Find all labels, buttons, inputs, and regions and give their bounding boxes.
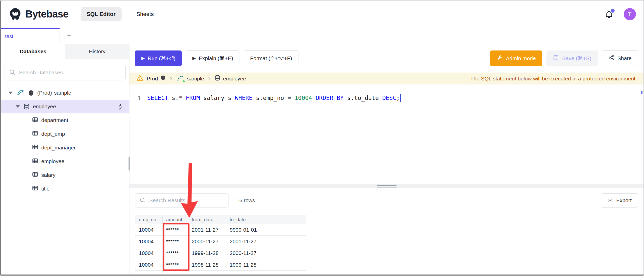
breadcrumb-database[interactable]: employee bbox=[214, 75, 246, 82]
table-cell: 9999-01-01 bbox=[226, 224, 264, 236]
table-cell: 2001-11-27 bbox=[226, 236, 264, 247]
tab-test-label: test bbox=[5, 33, 13, 39]
mysql-icon bbox=[176, 75, 184, 82]
play-icon: ▶ bbox=[192, 56, 196, 61]
database-name-label: employee bbox=[33, 104, 56, 110]
tree-node-table[interactable]: dept_emp bbox=[1, 127, 129, 141]
export-button[interactable]: Export bbox=[601, 193, 638, 208]
sql-token: WHERE bbox=[235, 95, 252, 101]
search-results-input[interactable] bbox=[149, 197, 224, 204]
caret-down-icon bbox=[16, 105, 20, 108]
column-header-amount: amount bbox=[163, 215, 188, 224]
column-header-emp_no: emp_no bbox=[135, 215, 163, 224]
notification-bell[interactable] bbox=[604, 9, 614, 19]
bytebase-logo-icon bbox=[9, 8, 22, 21]
sheet-tab-strip: test + bbox=[1, 28, 643, 44]
tab-test[interactable]: test bbox=[1, 28, 60, 44]
sql-token: = bbox=[288, 95, 291, 101]
sql-editor[interactable]: 1 SELECT s.* FROM salary s WHERE s.emp_n… bbox=[129, 84, 643, 184]
sql-token: salary s bbox=[200, 95, 235, 101]
table-label: dept_emp bbox=[41, 131, 65, 137]
table-cell bbox=[264, 259, 306, 271]
tree-node-instance[interactable]: (Prod) sample bbox=[1, 86, 129, 100]
table-label: dept_manager bbox=[41, 145, 75, 151]
results-toolbar: 16 rows Export bbox=[135, 193, 638, 208]
sql-token: ORDER BY bbox=[316, 95, 344, 101]
share-button[interactable]: Share bbox=[602, 50, 638, 66]
table-cell bbox=[264, 247, 306, 259]
table-cell bbox=[264, 236, 306, 247]
protected-environment-warning: The SQL statement below will be executed… bbox=[470, 76, 637, 82]
table-row[interactable]: 10004******1999-11-282000-11-27 bbox=[135, 247, 306, 259]
table-cell: ****** bbox=[163, 224, 188, 236]
table-icon bbox=[32, 185, 38, 193]
table-cell: ****** bbox=[163, 247, 188, 259]
save-label: Save (⌘+S) bbox=[562, 55, 591, 61]
table-row[interactable]: 10004******2001-11-279999-01-01 bbox=[135, 224, 306, 236]
database-tree: (Prod) sample employee bbox=[1, 86, 129, 196]
tree-node-table[interactable]: title bbox=[1, 182, 129, 196]
table-cell: ****** bbox=[163, 259, 188, 271]
sql-token: s.to_date bbox=[344, 95, 382, 101]
table-cell: 10004 bbox=[135, 259, 163, 271]
run-button[interactable]: ▶ Run (⌘+⏎) bbox=[135, 50, 182, 66]
code-line: 1 SELECT s.* FROM salary s WHERE s.emp_n… bbox=[129, 93, 643, 103]
line-number: 1 bbox=[129, 95, 147, 101]
nav-sql-editor[interactable]: SQL Editor bbox=[81, 7, 122, 21]
table-icon bbox=[32, 116, 38, 124]
results-panel: 16 rows Export emp_noamountfrom_dateto_d… bbox=[129, 188, 643, 274]
connection-breadcrumb: Prod › bbox=[129, 73, 643, 84]
breadcrumb-instance[interactable]: sample bbox=[176, 75, 204, 82]
explain-button[interactable]: ▶ Explain (⌘+E) bbox=[186, 50, 239, 66]
format-button[interactable]: Format (⇧+⌥+F) bbox=[244, 50, 298, 66]
nav-sheets[interactable]: Sheets bbox=[130, 7, 160, 21]
add-tab-button[interactable]: + bbox=[60, 28, 78, 44]
breadcrumb-environment[interactable]: Prod bbox=[147, 75, 166, 82]
sql-token: ; bbox=[396, 95, 400, 101]
column-header-from_date: from_date bbox=[188, 215, 226, 224]
drag-handle-icon bbox=[377, 185, 396, 187]
result-grid: emp_noamountfrom_dateto_date 10004******… bbox=[135, 215, 306, 273]
avatar[interactable]: T bbox=[624, 8, 636, 20]
instance-label: sample bbox=[187, 76, 204, 82]
table-row[interactable]: 10004******2000-11-272001-11-27 bbox=[135, 236, 306, 247]
database-search-box bbox=[5, 65, 126, 80]
sidebar-resize-handle[interactable] bbox=[128, 157, 130, 170]
tree-node-table[interactable]: dept_manager bbox=[1, 141, 129, 154]
bolt-icon[interactable] bbox=[117, 104, 124, 110]
result-partial-row bbox=[135, 271, 306, 273]
tab-databases[interactable]: Databases bbox=[1, 44, 65, 59]
app-header: Bytebase SQL Editor Sheets T bbox=[1, 1, 643, 28]
instance-env-label: (Prod) bbox=[37, 90, 52, 96]
tree-node-table[interactable]: salary bbox=[1, 168, 129, 182]
brand[interactable]: Bytebase bbox=[9, 8, 68, 21]
column-header-filler bbox=[264, 215, 306, 224]
table-row[interactable]: 10004******1998-11-281999-11-28 bbox=[135, 259, 306, 271]
sql-token: s. bbox=[168, 95, 179, 101]
sql-token bbox=[182, 95, 186, 101]
tree-node-table[interactable]: employee bbox=[1, 154, 129, 168]
admin-mode-button[interactable]: Admin mode bbox=[490, 50, 542, 66]
table-cell: 10004 bbox=[135, 236, 163, 247]
database-icon bbox=[23, 103, 30, 110]
table-cell bbox=[264, 224, 306, 236]
tree-node-database[interactable]: employee bbox=[1, 100, 129, 113]
save-button[interactable]: Save (⌘+S) bbox=[546, 50, 598, 66]
sql-token: s.emp_no bbox=[252, 95, 287, 101]
caret-down-icon bbox=[9, 92, 13, 94]
brand-name: Bytebase bbox=[25, 8, 68, 20]
share-label: Share bbox=[617, 55, 632, 61]
result-body: 10004******2001-11-279999-01-0110004****… bbox=[135, 224, 306, 271]
result-header-row: emp_noamountfrom_dateto_date bbox=[135, 215, 306, 224]
sql-token bbox=[291, 95, 295, 101]
chevron-right-icon: › bbox=[208, 75, 211, 82]
table-icon bbox=[32, 130, 38, 138]
panel-resize-divider[interactable] bbox=[129, 184, 643, 188]
shield-icon bbox=[28, 90, 34, 96]
bell-icon bbox=[604, 15, 614, 20]
tab-history[interactable]: History bbox=[65, 44, 129, 59]
editor-scrollbar[interactable] bbox=[641, 91, 642, 94]
row-count: 16 rows bbox=[236, 197, 255, 203]
tree-node-table[interactable]: department bbox=[1, 113, 129, 127]
search-databases-input[interactable] bbox=[18, 69, 121, 76]
